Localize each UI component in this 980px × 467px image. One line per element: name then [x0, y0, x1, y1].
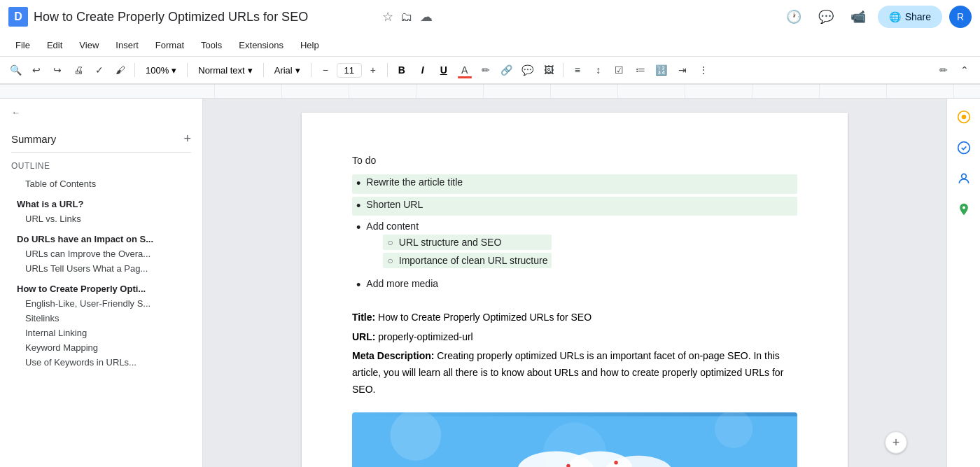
menu-help[interactable]: Help [293, 37, 326, 53]
todo-list: • Rewrite the article title • Shorten UR… [352, 174, 797, 295]
indent-btn[interactable]: ⇥ [673, 60, 692, 80]
separator-3 [263, 63, 264, 77]
menu-bar: File Edit View Insert Format Tools Exten… [0, 34, 980, 56]
align-btn[interactable]: ≡ [568, 60, 587, 80]
menu-insert[interactable]: Insert [108, 37, 146, 53]
font-size-decrease-btn[interactable]: − [316, 60, 335, 80]
bullet-icon: • [356, 176, 360, 192]
paint-format-btn[interactable]: 🖌 [111, 60, 130, 80]
svg-point-12 [961, 174, 966, 179]
bold-btn[interactable]: B [392, 60, 412, 80]
image-btn[interactable]: 🖼 [539, 60, 559, 80]
separator-5 [387, 63, 388, 77]
menu-view[interactable]: View [72, 37, 106, 53]
todo-item-media-text: Add more media [366, 278, 438, 289]
sidebar-back-btn[interactable]: ← [11, 107, 191, 118]
expand-toolbar-btn[interactable]: ⌃ [955, 60, 974, 80]
sub-bullet-icon: ○ [387, 237, 393, 248]
underline-btn[interactable]: U [434, 60, 454, 80]
history-button[interactable]: 🕐 [781, 4, 806, 29]
search-toolbar-btn[interactable]: 🔍 [6, 60, 25, 80]
zoom-dropdown[interactable]: 100% ▾ [139, 60, 183, 80]
outline-item-sitelinks[interactable]: Sitelinks [11, 311, 191, 326]
sub-item-importance: ○ Importance of clean URL structure [383, 253, 552, 268]
back-arrow-icon: ← [11, 107, 20, 118]
sub-list: ○ URL structure and SEO ○ Importance of … [383, 235, 552, 268]
svg-point-11 [958, 142, 969, 154]
meta-url-label: URL: [352, 331, 375, 342]
meta-title-line: Title: How to Create Properly Optimized … [352, 309, 797, 326]
outline-list: Table of Contents What is a URL? URL vs.… [11, 176, 191, 370]
menu-format[interactable]: Format [148, 37, 191, 53]
undo-btn[interactable]: ↩ [27, 60, 46, 80]
todo-item-shorten-text: Shorten URL [366, 199, 423, 210]
edit-mode-btn[interactable]: ✏ [934, 60, 953, 80]
separator-6 [563, 63, 564, 77]
outline-item-howto[interactable]: How to Create Properly Opti... [11, 281, 191, 296]
style-dropdown[interactable]: Normal text ▾ [192, 60, 258, 80]
checklist-btn[interactable]: ☑ [610, 60, 629, 80]
outline-item-useof[interactable]: Use of Keywords in URLs... [11, 355, 191, 370]
comment-button[interactable]: 💬 [813, 4, 839, 29]
more-btn[interactable]: ⋮ [694, 60, 713, 80]
outline-item-what[interactable]: What is a URL? [11, 197, 191, 211]
outline-item-tell[interactable]: URLs Tell Users What a Pag... [11, 261, 191, 276]
meta-desc-label: Meta Description: [352, 350, 434, 361]
number-list-btn[interactable]: 🔢 [652, 60, 671, 80]
menu-file[interactable]: File [8, 37, 37, 53]
font-dropdown[interactable]: Arial ▾ [268, 60, 307, 80]
share-button[interactable]: 🌐 Share [878, 6, 942, 28]
highlight-btn[interactable]: ✏ [476, 60, 496, 80]
outline-item-toc[interactable]: Table of Contents [11, 176, 191, 191]
outline-item-keyword[interactable]: Keyword Mapping [11, 340, 191, 355]
content-area: To do • Rewrite the article title • Shor… [203, 99, 946, 467]
right-panel [946, 99, 980, 467]
outline-item-internal[interactable]: Internal Linking [11, 326, 191, 340]
print-btn[interactable]: 🖨 [69, 60, 88, 80]
font-size-input[interactable]: 11 [337, 63, 362, 78]
folder-icon[interactable]: 🗂 [400, 10, 413, 25]
comment-inline-btn[interactable]: 💬 [518, 60, 538, 80]
explore-panel-btn[interactable] [951, 104, 976, 130]
sub-item-importance-text: Importance of clean URL structure [399, 255, 548, 266]
sub-item-urlseo-text: URL structure and SEO [399, 237, 502, 248]
tasks-panel-btn[interactable] [951, 135, 976, 160]
meta-url-line: URL: properly-optimized-url [352, 329, 797, 346]
text-color-btn[interactable]: A [455, 60, 475, 80]
outline-item-impact[interactable]: Do URLs have an Impact on S... [11, 232, 191, 246]
outline-label: Outline [11, 161, 191, 171]
font-size-increase-btn[interactable]: + [363, 60, 383, 80]
menu-tools[interactable]: Tools [194, 37, 229, 53]
cloud-icon[interactable]: ☁ [420, 9, 433, 25]
toolbar: 🔍 ↩ ↪ 🖨 ✓ 🖌 100% ▾ Normal text ▾ Arial ▾… [0, 56, 980, 84]
avatar[interactable]: R [949, 6, 972, 28]
italic-btn[interactable]: I [413, 60, 433, 80]
expand-panel-btn[interactable]: + [885, 431, 907, 454]
contacts-panel-btn[interactable] [951, 166, 976, 191]
meta-section: Title: How to Create Properly Optimized … [352, 309, 797, 398]
doc-title: How to Create Properly Optimized URLs fo… [34, 10, 371, 25]
meta-desc-line: Meta Description: Creating properly opti… [352, 348, 797, 398]
bookmark-icon[interactable]: ☆ [382, 9, 393, 25]
menu-extensions[interactable]: Extensions [232, 37, 290, 53]
document-page: To do • Rewrite the article title • Shor… [302, 113, 848, 467]
spellcheck-btn[interactable]: ✓ [90, 60, 109, 80]
todo-label: To do [352, 155, 797, 166]
summary-label: Summary [11, 133, 56, 145]
maps-panel-btn[interactable] [951, 197, 976, 222]
outline-item-english[interactable]: English-Like, User-Friendly S... [11, 296, 191, 311]
link-btn[interactable]: 🔗 [497, 60, 517, 80]
bullet-list-btn[interactable]: ≔ [631, 60, 650, 80]
add-summary-btn[interactable]: + [183, 132, 191, 146]
svg-point-10 [961, 115, 966, 120]
video-button[interactable]: 📹 [846, 4, 871, 29]
outline-item-improve[interactable]: URLs can Improve the Overa... [11, 246, 191, 261]
line-spacing-btn[interactable]: ↕ [589, 60, 608, 80]
redo-btn[interactable]: ↪ [48, 60, 67, 80]
todo-item-media: • Add more media [352, 276, 797, 295]
outline-item-urlvslinks[interactable]: URL vs. Links [11, 211, 191, 226]
ruler [0, 85, 980, 99]
menu-edit[interactable]: Edit [40, 37, 69, 53]
meta-title-value: How to Create Properly Optimized URLs fo… [378, 312, 592, 323]
todo-item-rewrite: • Rewrite the article title [352, 174, 797, 194]
